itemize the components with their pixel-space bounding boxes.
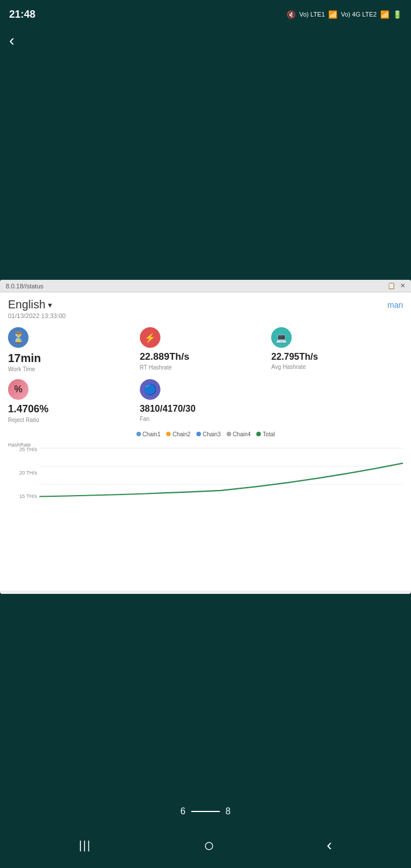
- stat-fan: 🔵 3810/4170/30 Fan: [140, 379, 272, 423]
- copy-icon[interactable]: 📋: [388, 282, 396, 290]
- stat-avg-hashrate: 💻 22.795Th/s Avg Hashrate: [271, 327, 403, 372]
- legend-chain1: Chain1: [136, 431, 161, 437]
- fan-value: 3810/4170/30: [140, 404, 272, 414]
- fan-icon: 🔵: [140, 379, 160, 400]
- status-icons: 🔇 Vo) LTE1 📶 Vo) 4G LTE2 📶 🔋: [287, 10, 402, 19]
- close-icon[interactable]: ✕: [400, 282, 405, 290]
- rt-hashrate-label: RT Hashrate: [140, 364, 272, 371]
- legend-chain2: Chain2: [166, 431, 191, 437]
- page-indicator: 6 8: [180, 806, 231, 817]
- y-label-1: 25 TH/s: [8, 447, 39, 452]
- stat-work-time: ⏳ 17min Work Time: [8, 327, 140, 372]
- browser-actions: 📋 ✕: [388, 282, 405, 290]
- legend-chain3: Chain3: [196, 431, 221, 437]
- url-text: 8.0.18//status: [6, 283, 43, 290]
- chart-area: HashRate 25 TH/s 20 TH/s 15 TH/s: [8, 442, 403, 499]
- browser-content: 8.0.18//status 📋 ✕ English ▾ man 01/13/2…: [0, 280, 411, 594]
- avg-hashrate-icon: 💻: [271, 327, 292, 348]
- y-label-2: 20 TH/s: [8, 470, 39, 476]
- rt-hashrate-value: 22.889Th/s: [140, 352, 272, 363]
- reject-ratio-icon: %: [8, 379, 29, 400]
- total-dot: [256, 432, 261, 436]
- menu-icon: |||: [79, 839, 91, 852]
- avg-hashrate-value: 22.795Th/s: [271, 352, 403, 362]
- status-bar: 21:48 🔇 Vo) LTE1 📶 Vo) 4G LTE2 📶 🔋: [0, 0, 411, 29]
- language-arrow: ▾: [48, 300, 52, 310]
- fan-label: Fan: [140, 416, 272, 422]
- mute-icon: 🔇: [287, 10, 296, 19]
- y-label-3: 15 TH/s: [8, 493, 39, 499]
- work-time-value: 17min: [8, 352, 140, 364]
- chain2-label: Chain2: [172, 431, 191, 437]
- url-bar: 8.0.18//status 📋 ✕: [0, 280, 411, 292]
- signal2-label: Vo) 4G LTE2: [341, 11, 377, 18]
- reject-ratio-label: Reject Ratio: [8, 417, 140, 423]
- dark-area-top: [0, 29, 411, 277]
- stats-grid: ⏳ 17min Work Time ⚡ 22.889Th/s RT Hashra…: [8, 327, 403, 423]
- page-header: English ▾ man: [8, 298, 403, 311]
- back-button[interactable]: ‹: [9, 31, 14, 50]
- chart-svg: [39, 442, 403, 503]
- avg-hashrate-label: Avg Hashrate: [271, 364, 403, 370]
- signal1-icon: 📶: [328, 10, 337, 19]
- reject-ratio-value: 1.4706%: [8, 404, 140, 415]
- chain1-label: Chain1: [143, 431, 161, 437]
- home-button[interactable]: ○: [203, 835, 214, 856]
- total-pages: 8: [225, 806, 231, 817]
- stat-rt-hashrate: ⚡ 22.889Th/s RT Hashrate: [140, 327, 272, 372]
- miner-page: English ▾ man 01/13/2022 13:33:00 ⏳ 17mi…: [0, 292, 411, 590]
- language-label: English: [8, 298, 46, 311]
- chain1-dot: [136, 432, 141, 436]
- language-selector[interactable]: English ▾: [8, 298, 52, 311]
- chart-y-labels: 25 TH/s 20 TH/s 15 TH/s: [8, 447, 39, 499]
- status-time: 21:48: [9, 9, 35, 21]
- menu-button[interactable]: |||: [79, 839, 91, 852]
- signal1-label: Vo) LTE1: [299, 11, 325, 18]
- page-line: [191, 811, 220, 812]
- stat-reject-ratio: % 1.4706% Reject Ratio: [8, 379, 140, 423]
- legend-chain4: Chain4: [227, 431, 251, 437]
- work-time-label: Work Time: [8, 366, 140, 372]
- signal2-icon: 📶: [380, 10, 389, 19]
- chain4-label: Chain4: [233, 431, 251, 437]
- bottom-nav: ||| ○ ‹: [0, 822, 411, 868]
- chain3-dot: [196, 432, 201, 436]
- rt-hashrate-icon: ⚡: [140, 327, 160, 348]
- timestamp: 01/13/2022 13:33:00: [8, 312, 403, 319]
- work-time-icon: ⏳: [8, 327, 29, 348]
- dark-area-bottom: [0, 597, 411, 797]
- total-label: Total: [263, 431, 275, 437]
- current-page: 6: [180, 806, 186, 817]
- chain4-dot: [227, 432, 231, 436]
- battery-icon: 🔋: [393, 10, 402, 19]
- back-nav-icon: ‹: [327, 836, 332, 854]
- chain3-label: Chain3: [203, 431, 221, 437]
- back-nav-button[interactable]: ‹: [327, 836, 332, 854]
- chart-legend: Chain1 Chain2 Chain3 Chain4 Total: [8, 431, 403, 437]
- manage-link[interactable]: man: [388, 300, 403, 310]
- legend-total: Total: [256, 431, 275, 437]
- chain2-dot: [166, 432, 171, 436]
- home-icon: ○: [203, 835, 214, 856]
